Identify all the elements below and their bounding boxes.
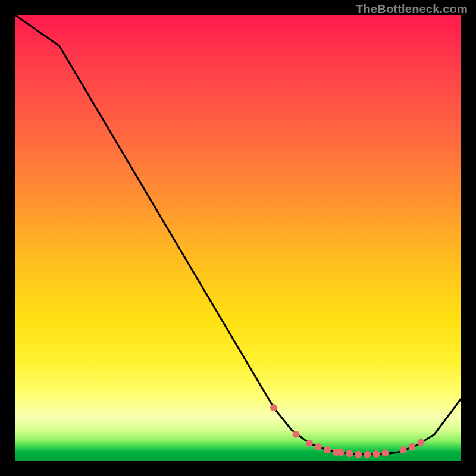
highlight-dot [306,440,313,447]
plot-area [15,15,461,461]
highlight-dot [293,431,300,438]
highlight-dot [270,404,277,411]
chart-svg [15,15,461,461]
curve-layer [15,15,461,455]
highlight-dot [409,443,416,450]
highlight-dot [346,450,353,457]
highlight-dot [337,449,345,456]
highlight-dot [355,451,362,458]
highlight-dot [400,446,407,453]
chart-frame: TheBottleneck.com [0,0,476,476]
highlight-dot [315,443,322,450]
bottleneck-curve [15,15,461,455]
highlight-dot [324,446,331,453]
highlight-dot [364,451,371,458]
highlight-dot [418,439,425,446]
watermark-text: TheBottleneck.com [356,2,468,16]
highlight-dot [373,450,380,458]
highlight-dot [382,450,389,457]
